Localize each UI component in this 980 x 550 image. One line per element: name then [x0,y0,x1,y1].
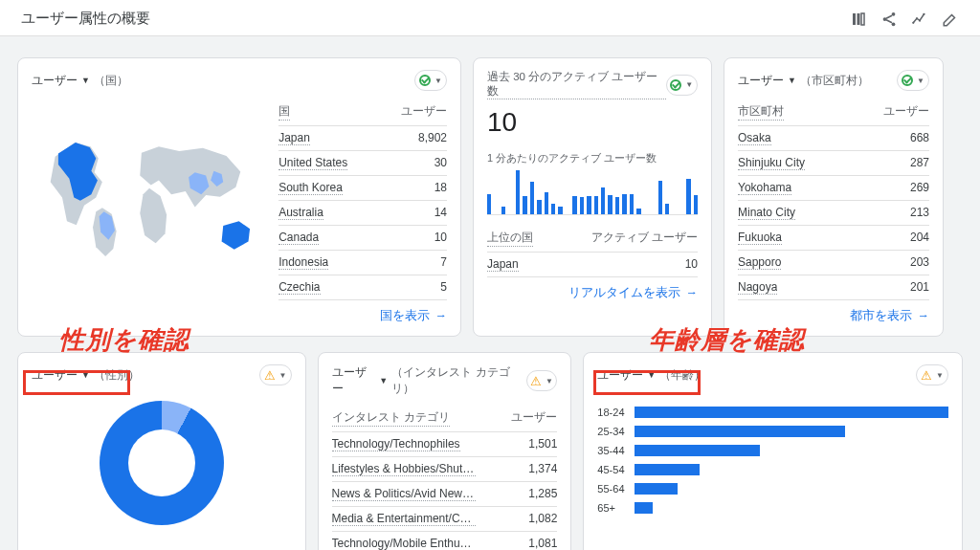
table-row[interactable]: Nagoya201 [738,275,929,300]
table-row[interactable]: Czechia5 [278,275,447,300]
row-top: ユーザー▼ （国） ▼ [17,57,963,337]
spark-bar [665,204,669,214]
country-rows: Japan8,902United States30South Korea18Au… [278,126,447,300]
table-row[interactable]: Fukuoka204 [738,226,929,251]
card-users-by-gender: ユーザー▼ （性別） ⚠▼ [17,352,306,550]
row-label: Canada [278,231,319,245]
row-value: 213 [881,206,929,220]
table-header: 市区町村 ユーザー [738,99,929,126]
table-row[interactable]: Minato City213 [738,201,929,226]
spark-bar [615,197,619,214]
row-label: Yokohama [738,181,791,195]
dim-select-country[interactable]: ユーザー▼ （国） [32,73,128,89]
table-row[interactable]: Australia14 [278,201,447,226]
table-row[interactable]: Canada10 [278,226,447,251]
chevron-down-icon: ▼ [279,371,287,380]
link-view-realtime[interactable]: リアルタイムを表示→ [487,285,698,301]
age-bar-row [635,422,949,441]
compare-icon[interactable] [850,11,867,28]
dim-main: ユーザー [32,367,78,384]
status-pill-ok[interactable]: ▼ [897,70,929,91]
realtime-sub: 1 分あたりのアクティブ ユーザー数 [487,151,698,165]
table-row[interactable]: Osaka668 [738,126,929,151]
spark-bar [587,196,590,214]
dim-main: ユーザー [32,73,78,89]
row-label: Sapporo [738,255,781,270]
row-label: Fukuoka [738,231,782,245]
col-dim: 上位の国 [487,230,533,247]
table-row[interactable]: Shinjuku City287 [738,151,929,176]
age-tick: 65+ [597,498,624,517]
age-axis-labels: 18-2425-3435-4445-5455-6465+ [597,403,624,517]
chevron-down-icon: ▼ [546,377,553,385]
age-bar-row [635,460,949,479]
dim-select-age[interactable]: ユーザー▼ （年齢） [597,367,705,384]
age-tick: 55-64 [597,479,624,498]
row-bottom: ユーザー▼ （性別） ⚠▼ ユーザー▼ （インタレスト カテゴリ） ⚠▼ インタ… [17,352,963,550]
share-icon[interactable] [880,11,898,28]
table-row[interactable]: Indonesia7 [278,251,447,275]
row-label: Australia [278,206,323,220]
table-row[interactable]: Sapporo203 [738,251,929,275]
row-label: Minato City [738,206,795,220]
dim-sub: （性別） [94,367,140,384]
realtime-rows: Japan10 [487,253,698,277]
link-view-countries[interactable]: 国を表示→ [32,308,447,324]
table-row[interactable]: Lifestyles & Hobbies/Shutter...1,374 [332,457,558,482]
edit-icon[interactable] [942,11,959,28]
svg-point-7 [916,17,918,19]
status-pill-ok[interactable]: ▼ [414,70,447,91]
table-row[interactable]: Yokohama269 [738,176,929,201]
warning-icon: ⚠ [530,375,542,387]
row-label: South Korea [278,181,343,195]
table-header: 国 ユーザー [278,99,447,126]
table-row[interactable]: United States30 [278,151,447,176]
table-row[interactable]: Technology/Mobile Enthusia...1,081 [332,532,558,550]
chevron-down-icon: ▼ [647,370,656,380]
table-row[interactable]: South Korea18 [278,176,447,201]
status-pill-warn[interactable]: ⚠▼ [259,364,292,385]
status-pill-ok[interactable]: ▼ [666,75,698,96]
status-pill-warn[interactable]: ⚠▼ [526,370,558,391]
status-pill-warn[interactable]: ⚠▼ [916,364,948,385]
spark-bar [572,196,576,214]
svg-point-8 [919,19,921,21]
dim-select-city[interactable]: ユーザー▼ （市区町村） [738,73,869,89]
table-row[interactable]: Japan10 [487,253,698,277]
dim-sub: （インタレスト カテゴリ） [391,364,526,397]
chevron-down-icon: ▼ [379,376,388,385]
spark-bar [658,181,662,214]
country-body: 国 ユーザー Japan8,902United States30South Ko… [32,99,447,300]
table-row[interactable]: Japan8,902 [278,126,447,151]
row-label: Nagoya [738,280,777,295]
world-map[interactable] [32,99,267,300]
table-row[interactable]: News & Politics/Avid News ...1,285 [332,482,558,507]
row-label: Indonesia [278,255,328,270]
age-bar [635,426,845,437]
card-users-by-country: ユーザー▼ （国） ▼ [17,57,461,337]
table-header: 上位の国 アクティブ ユーザー [487,225,698,253]
age-bar-chart[interactable]: 18-2425-3435-4445-5455-6465+ [597,403,948,517]
chevron-down-icon: ▼ [434,77,442,85]
card-realtime: 過去 30 分のアクティブ ユーザー数 ▼ 10 1 分あたりのアクティブ ユー… [473,57,712,337]
gender-donut-chart[interactable] [100,401,224,525]
table-row[interactable]: Technology/Technophiles1,501 [332,432,558,457]
row-value: 201 [881,280,929,295]
row-value: 10 [650,257,698,272]
warning-icon: ⚠ [921,369,932,382]
check-icon [902,75,913,86]
row-value: 203 [881,255,929,270]
age-tick: 18-24 [597,403,624,422]
dim-select-interest[interactable]: ユーザー▼ （インタレスト カテゴリ） [332,364,526,397]
insights-icon[interactable] [911,11,928,28]
spark-bar [551,204,555,214]
realtime-sparkline [487,169,698,215]
row-label: Shinjuku City [738,156,805,170]
link-view-cities[interactable]: 都市を表示→ [738,308,929,324]
svg-rect-0 [853,13,856,25]
row-label: Czechia [278,280,320,295]
spark-bar [636,209,640,214]
table-row[interactable]: Media & Entertainment/Com...1,082 [332,507,558,532]
row-value: 5 [399,280,447,295]
dim-select-gender[interactable]: ユーザー▼ （性別） [32,367,140,384]
